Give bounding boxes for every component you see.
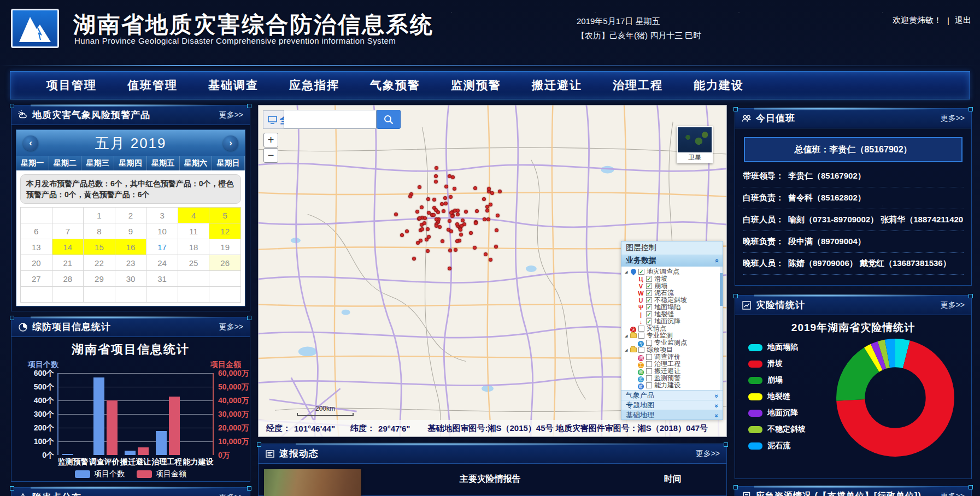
disaster-point-marker[interactable] (454, 248, 457, 252)
duty-panel-more[interactable]: 更多>> (941, 114, 965, 123)
calendar-day-cell[interactable] (52, 208, 84, 223)
calendar-day-cell[interactable]: 19 (209, 239, 241, 255)
nav-item-3[interactable]: 基础调查 (193, 78, 274, 93)
calendar-day-cell[interactable] (178, 271, 210, 287)
disaster-point-marker[interactable] (459, 228, 462, 232)
layer-checkbox[interactable]: ✓ (646, 311, 652, 317)
layer-checkbox[interactable] (646, 361, 652, 367)
disaster-point-marker[interactable] (435, 224, 438, 228)
disaster-point-marker[interactable] (426, 227, 430, 231)
calendar-day-cell[interactable]: 9 (115, 223, 147, 239)
disaster-point-marker[interactable] (494, 245, 498, 249)
layer-section-2[interactable]: 专题地图» (621, 400, 723, 410)
calendar-day-cell[interactable]: 4 (178, 208, 210, 223)
disaster-point-marker[interactable] (490, 191, 494, 195)
disaster-point-marker[interactable] (449, 211, 453, 215)
basemap-switcher[interactable]: 卫星 (677, 126, 713, 163)
disaster-point-marker[interactable] (473, 186, 477, 190)
disaster-point-marker[interactable] (485, 209, 489, 212)
layer-tree-item[interactable]: ◢✓地灾调查点 (625, 268, 720, 275)
layer-checkbox[interactable]: ✓ (646, 318, 652, 324)
disaster-point-marker[interactable] (426, 197, 430, 201)
disaster-point-marker[interactable] (455, 222, 459, 226)
disaster-point-marker[interactable] (418, 185, 421, 189)
zoom-in-button[interactable]: + (263, 133, 278, 147)
calendar-day-cell[interactable]: 13 (21, 239, 52, 255)
calendar-day-cell[interactable]: 23 (115, 255, 147, 271)
calendar-day-cell[interactable]: 5 (209, 208, 241, 223)
calendar-day-cell[interactable]: 31 (146, 271, 178, 287)
disaster-point-marker[interactable] (448, 249, 452, 252)
disaster-point-marker[interactable] (419, 239, 422, 243)
disaster-point-marker[interactable] (434, 180, 438, 184)
disaster-point-marker[interactable] (432, 198, 436, 202)
layer-checkbox[interactable]: ✓ (638, 269, 644, 275)
disaster-point-marker[interactable] (474, 221, 478, 225)
calendar-day-cell[interactable] (21, 287, 52, 303)
nav-item-5[interactable]: 气象预警 (355, 78, 436, 93)
disaster-point-marker[interactable] (438, 225, 442, 229)
calendar-day-cell[interactable]: 6 (21, 223, 52, 239)
layer-checkbox[interactable]: ✓ (646, 297, 652, 303)
calendar-day-cell[interactable]: 12 (209, 223, 241, 239)
calendar-day-cell[interactable]: 28 (52, 271, 84, 287)
calendar-day-cell[interactable]: 8 (84, 223, 115, 239)
calendar-day-cell[interactable] (209, 287, 241, 303)
disaster-point-marker[interactable] (456, 209, 460, 212)
disaster-point-marker[interactable] (460, 224, 463, 228)
disaster-point-marker[interactable] (485, 205, 489, 209)
calendar-day-cell[interactable] (209, 271, 241, 287)
disaster-point-marker[interactable] (456, 212, 460, 216)
layer-checkbox[interactable]: ✓ (646, 276, 652, 282)
nav-item-4[interactable]: 应急指挥 (274, 78, 355, 93)
disaster-point-marker[interactable] (420, 227, 424, 231)
disaster-point-marker[interactable] (435, 166, 438, 170)
disaster-point-marker[interactable] (475, 209, 479, 213)
disaster-point-marker[interactable] (459, 233, 463, 237)
calendar-day-cell[interactable] (178, 287, 210, 303)
resource-panel-more[interactable]: 更多>> (941, 492, 965, 496)
zoom-out-button[interactable]: − (263, 148, 278, 163)
calendar-day-cell[interactable]: 20 (21, 255, 52, 271)
disaster-point-marker[interactable] (448, 219, 451, 223)
layer-section-1[interactable]: 气象产品» (621, 390, 723, 400)
disaster-point-marker[interactable] (400, 233, 404, 237)
calendar-day-cell[interactable]: 3 (146, 208, 178, 223)
disaster-point-marker[interactable] (487, 187, 491, 191)
calendar-day-cell[interactable]: 18 (178, 239, 210, 255)
calendar-day-cell[interactable]: 14 (52, 239, 84, 255)
disaster-point-marker[interactable] (423, 216, 427, 220)
disaster-point-marker[interactable] (412, 257, 416, 261)
disaster-point-marker[interactable] (443, 196, 447, 200)
report-photo[interactable] (264, 469, 361, 496)
disaster-point-marker[interactable] (461, 219, 465, 222)
calendar-day-cell[interactable]: 15 (84, 239, 115, 255)
layer-checkbox[interactable] (646, 354, 652, 360)
disaster-point-marker[interactable] (473, 246, 477, 250)
map-search-input[interactable] (284, 110, 377, 129)
layer-checkbox[interactable]: ✓ (646, 290, 652, 296)
hazard-panel-more[interactable]: 更多>> (219, 493, 243, 496)
disaster-point-marker[interactable] (442, 209, 445, 213)
disaster-point-marker[interactable] (418, 216, 421, 220)
disaster-point-marker[interactable] (449, 229, 453, 233)
calendar-day-cell[interactable]: 17 (146, 239, 178, 255)
layer-checkbox[interactable] (638, 347, 644, 353)
layer-checkbox[interactable]: ✓ (646, 283, 652, 289)
calendar-day-cell[interactable]: 27 (21, 271, 52, 287)
disaster-point-marker[interactable] (486, 217, 490, 221)
disaster-point-marker[interactable] (444, 185, 448, 188)
disaster-point-marker[interactable] (498, 190, 502, 193)
calendar-day-cell[interactable]: 1 (84, 208, 115, 223)
layer-section-business[interactable]: 业务数据 » (621, 255, 723, 267)
disaster-point-marker[interactable] (489, 203, 492, 206)
disaster-point-marker[interactable] (427, 211, 431, 215)
project-panel-more[interactable]: 更多>> (219, 322, 243, 332)
disaster-point-marker[interactable] (482, 197, 486, 201)
disaster-point-marker[interactable] (394, 212, 398, 216)
disaster-point-marker[interactable] (483, 217, 486, 221)
disaster-point-marker[interactable] (405, 229, 409, 233)
tree-expand-icon[interactable]: ◢ (625, 268, 630, 275)
map-search-button[interactable] (377, 110, 401, 129)
calendar-day-cell[interactable]: 24 (146, 255, 178, 271)
